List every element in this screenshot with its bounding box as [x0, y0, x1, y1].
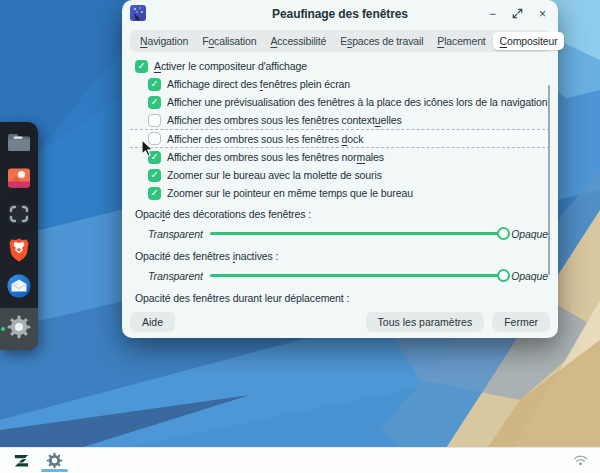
slider-track[interactable]: [210, 268, 505, 283]
vertical-scrollbar[interactable]: [548, 85, 550, 275]
checkbox-unchecked-icon[interactable]: [148, 114, 161, 127]
dock: [0, 122, 38, 350]
close-button[interactable]: ×: [539, 8, 546, 20]
active-task-underline: [41, 469, 68, 472]
window-tweaks-dialog: Peaufinage des fenêtres − × NavigationFo…: [122, 0, 558, 338]
slider-filled-line: [210, 274, 505, 277]
footer-button-bar: AideTous les paramètresFermer: [122, 306, 558, 338]
tab-focalisation[interactable]: Focalisation: [195, 32, 263, 50]
dock-item-brave-browser[interactable]: [5, 236, 33, 264]
dock-item-image-viewer[interactable]: [5, 164, 33, 192]
taskbar-item-zorin-menu[interactable]: [12, 448, 31, 473]
dock-item-screenshot[interactable]: [5, 200, 33, 228]
maximize-button[interactable]: [512, 8, 523, 19]
slider-filled-line: [210, 232, 505, 235]
brave-icon: [5, 236, 33, 264]
checkbox-label: Afficher des ombres sous les fenêtres do…: [167, 133, 363, 145]
slider-max-label: Opaque: [511, 270, 548, 282]
checkbox-row[interactable]: ✓Zoomer sur le bureau avec la molette de…: [130, 166, 550, 184]
checkbox-label: Afficher des ombres sous les fenêtres no…: [167, 151, 384, 163]
diagonal-arrows-icon: [512, 8, 523, 19]
window-controls: − ×: [489, 0, 546, 27]
checkbox-checked-icon[interactable]: ✓: [148, 96, 161, 109]
checkbox-row[interactable]: ✓Affichage direct des fenêtres plein écr…: [130, 75, 550, 93]
checkbox-label: Activer le compositeur d'affichage: [154, 60, 307, 72]
wifi-icon[interactable]: [573, 452, 588, 470]
slider-min-label: Transparent: [148, 270, 203, 282]
slider-section-label: Opacité des fenêtres durant leur déplace…: [135, 292, 550, 304]
slider-max-label: Opaque: [511, 228, 548, 240]
compositor-settings-panel: ✓Activer le compositeur d'affichage✓Affi…: [130, 57, 550, 304]
checkbox-label: Afficher des ombres sous les fenêtres co…: [167, 114, 402, 126]
checkbox-label: Afficher une prévisualisation des fenêtr…: [167, 96, 548, 108]
checkbox-checked-icon[interactable]: ✓: [148, 78, 161, 91]
checkbox-label: Zoomer sur le pointeur en même temps que…: [167, 187, 413, 199]
folder-icon: [5, 128, 33, 156]
checkbox-row[interactable]: ✓Activer le compositeur d'affichage: [130, 57, 550, 75]
checkbox-label: Affichage direct des fenêtres plein écra…: [167, 78, 350, 90]
tab-navigation[interactable]: Navigation: [133, 32, 195, 50]
slider-section-label: Opacité des décorations des fenêtres :: [135, 208, 550, 223]
checkbox-row[interactable]: ✓Afficher une prévisualisation des fenêt…: [130, 93, 550, 111]
taskbar: [0, 447, 600, 473]
checkbox-row[interactable]: ✓Zoomer sur le pointeur en même temps qu…: [130, 184, 550, 202]
gear-icon: [5, 313, 33, 341]
photos-icon: [5, 164, 33, 192]
checkbox-row[interactable]: ✓Afficher des ombres sous les fenêtres n…: [130, 148, 550, 166]
slider-min-label: Transparent: [148, 228, 203, 240]
checkbox-row[interactable]: Afficher des ombres sous les fenêtres co…: [130, 111, 550, 129]
help-button[interactable]: Aide: [130, 312, 175, 332]
tab-compositeur[interactable]: Compositeur: [493, 32, 565, 50]
checkbox-checked-icon[interactable]: ✓: [135, 60, 148, 73]
tab-accessibilite[interactable]: Accessibilité: [263, 32, 333, 50]
dock-item-settings[interactable]: [0, 308, 38, 350]
slider-handle[interactable]: [497, 269, 510, 282]
opacity-slider: TransparentOpaque: [130, 265, 550, 286]
running-indicator-dot: [1, 327, 5, 331]
slider-handle[interactable]: [497, 227, 510, 240]
checkbox-row[interactable]: Afficher des ombres sous les fenêtres do…: [130, 129, 550, 148]
tab-placement[interactable]: Placement: [430, 32, 492, 50]
opacity-slider: TransparentOpaque: [130, 223, 550, 244]
screenshot-icon: [5, 200, 33, 228]
system-tray: [573, 452, 588, 470]
mouse-cursor: [141, 139, 155, 159]
dock-item-files[interactable]: [5, 128, 33, 156]
thunderbird-icon: [5, 272, 33, 300]
dock-item-thunderbird[interactable]: [5, 272, 33, 300]
zorin-logo-icon: [12, 451, 31, 470]
taskbar-item-settings-window[interactable]: [45, 448, 64, 473]
gear-icon: [45, 451, 64, 470]
checkbox-checked-icon[interactable]: ✓: [148, 169, 161, 182]
tab-espaces-de-travail[interactable]: Espaces de travail: [333, 32, 430, 50]
titlebar[interactable]: Peaufinage des fenêtres − ×: [122, 0, 558, 27]
slider-track[interactable]: [210, 226, 505, 241]
all-settings-button[interactable]: Tous les paramètres: [366, 312, 485, 332]
slider-section-label: Opacité des fenêtres inactives :: [135, 250, 550, 265]
tab-bar: NavigationFocalisationAccessibilitéEspac…: [130, 30, 550, 52]
checkbox-label: Zoomer sur le bureau avec la molette de …: [167, 169, 382, 181]
close-button[interactable]: Fermer: [492, 312, 550, 332]
checkbox-checked-icon[interactable]: ✓: [148, 187, 161, 200]
sparkle-wand-icon: [130, 5, 146, 21]
minimize-button[interactable]: −: [489, 8, 496, 20]
